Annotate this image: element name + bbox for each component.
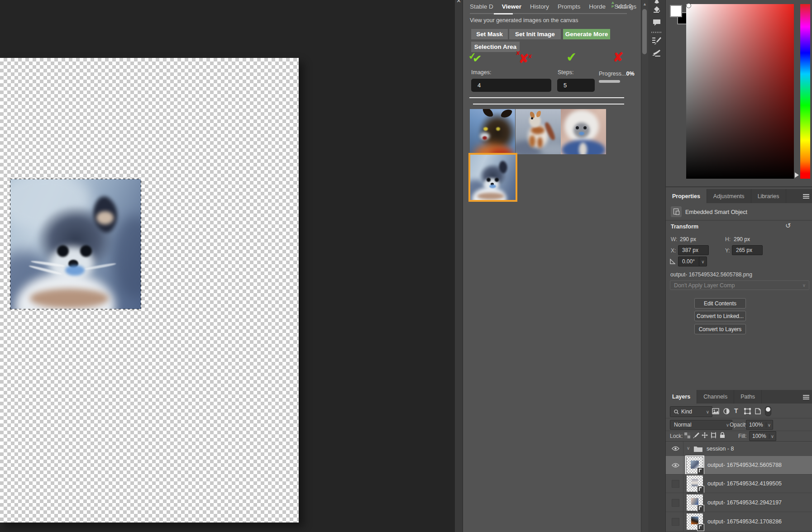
x-input[interactable]: 387 px (678, 245, 709, 255)
opacity-dropdown[interactable]: 100% ∨ (746, 420, 773, 430)
paint-bucket-icon[interactable] (653, 6, 661, 14)
filter-adjustment-layers-icon[interactable] (723, 408, 730, 414)
properties-menu-icon[interactable] (803, 193, 809, 199)
progress-bar (599, 80, 620, 83)
pen-icon[interactable] (653, 0, 660, 4)
images-count-input[interactable] (471, 79, 551, 92)
saturation-value-field[interactable] (686, 4, 794, 179)
layer-thumbnail[interactable] (687, 494, 703, 511)
edit-contents-button[interactable]: Edit Contents (694, 298, 746, 309)
brush-settings-icon[interactable] (652, 37, 661, 45)
y-input[interactable]: 265 px (732, 245, 763, 255)
layer-row[interactable]: output- 1675495342.4199505 (666, 475, 812, 493)
fill-value: 100% (752, 433, 766, 439)
progress-label: Progress...0% (599, 71, 635, 77)
visibility-toggle-empty[interactable] (672, 518, 679, 526)
layer-thumbnail[interactable] (687, 457, 703, 473)
layer-name: output- 1675495342.5605788 (707, 462, 782, 468)
lock-all-icon[interactable] (720, 432, 725, 438)
visibility-toggle-empty[interactable] (672, 480, 679, 488)
color-panel (666, 0, 812, 186)
brushes-icon[interactable] (652, 49, 661, 57)
set-init-image-button[interactable]: Set Init Image (509, 29, 561, 39)
tab-layers[interactable]: Layers (666, 390, 697, 404)
tab-properties[interactable]: Properties (666, 189, 707, 203)
scrollbar-up-arrow[interactable]: ▲ (643, 2, 647, 6)
layer-row-selected[interactable]: output- 1675495342.5605788 (666, 456, 812, 474)
tab-channels[interactable]: Channels (697, 390, 734, 404)
hue-slider[interactable] (800, 4, 810, 179)
lock-artboard-icon[interactable] (710, 432, 717, 438)
folder-icon (694, 446, 702, 452)
steps-label: Steps: (558, 69, 573, 76)
layer-row[interactable]: output- 1675495342.2942197 (666, 493, 812, 512)
progress-value: 0% (626, 71, 634, 77)
convert-to-layers-button[interactable]: Convert to Layers (694, 324, 746, 334)
foreground-color-swatch[interactable] (670, 5, 682, 17)
convert-to-linked-button[interactable]: Convert to Linked... (694, 311, 746, 321)
tab-prompts[interactable]: Prompts (558, 0, 580, 13)
generated-thumbnail-1[interactable] (470, 109, 515, 154)
generated-thumbnail-2[interactable] (516, 109, 561, 154)
smart-object-badge-icon (697, 467, 704, 475)
column-divider (683, 512, 683, 531)
ap-badge-icon: AP (611, 1, 614, 9)
layer-comp-dropdown[interactable]: Don't Apply Layer Comp ∨ (670, 280, 809, 290)
filter-toggle-switch[interactable] (765, 406, 771, 416)
visibility-eye-icon[interactable] (672, 446, 679, 451)
generate-more-button[interactable]: Generate More (563, 29, 610, 39)
tab-horde[interactable]: Horde (589, 0, 606, 13)
color-selector-ring[interactable] (686, 3, 691, 8)
divider-line-2 (473, 104, 624, 104)
layer-thumbnail[interactable] (687, 475, 703, 492)
close-icon[interactable]: ✕ (456, 0, 461, 4)
blend-mode-dropdown[interactable]: Normal ∨ (670, 420, 732, 430)
dock-drag-handle[interactable] (651, 32, 662, 33)
layer-thumbnail[interactable] (687, 513, 703, 530)
visibility-toggle-empty[interactable] (672, 499, 679, 507)
reset-transform-icon[interactable]: ↺ (785, 222, 791, 230)
canvas-work-area[interactable] (0, 0, 455, 532)
row-divider (666, 531, 812, 532)
set-mask-button[interactable]: Set Mask (471, 29, 508, 39)
tab-stable-d[interactable]: Stable D (470, 0, 493, 13)
layer-group-row[interactable]: ∨ session - 8 (666, 442, 812, 456)
x-label: X: (671, 247, 676, 254)
kind-filter-dropdown[interactable]: Kind ∨ (670, 406, 712, 417)
plugin-subtitle: View your generated images on the canvas (470, 17, 578, 24)
scrollbar-thumb[interactable] (642, 9, 647, 54)
h-label: H: (725, 236, 731, 242)
plugin-scrollbar[interactable]: ▲ (641, 0, 648, 532)
filter-type-layers-icon[interactable]: T (734, 407, 738, 414)
lock-position-icon[interactable] (702, 432, 708, 438)
smart-object-filename: output- 1675495342.5605788.png (670, 271, 752, 278)
placed-smart-object-image[interactable] (10, 179, 141, 309)
y-label: Y: (725, 247, 730, 254)
generated-thumbnail-3[interactable] (561, 109, 606, 154)
layer-row[interactable]: output- 1675495342.1708286 (666, 512, 812, 531)
filter-shape-layers-icon[interactable] (744, 408, 751, 414)
hue-slider-pointer[interactable] (795, 172, 799, 178)
tab-viewer[interactable]: Viewer (502, 0, 521, 13)
tab-adjustments[interactable]: Adjustments (707, 189, 751, 203)
tab-paths[interactable]: Paths (734, 390, 762, 404)
plugin-dock-edge: ✕ (455, 0, 463, 532)
generated-thumbnail-4-selected[interactable] (468, 153, 517, 202)
comment-icon[interactable] (653, 19, 661, 26)
angle-dropdown[interactable]: ∨ (699, 256, 707, 266)
layer-name: output- 1675495342.4199505 (707, 480, 782, 487)
tab-history[interactable]: History (530, 0, 549, 13)
lock-transparency-icon[interactable] (684, 432, 690, 438)
fill-dropdown[interactable]: 100% ∨ (749, 431, 776, 441)
filter-pixel-layers-icon[interactable] (712, 408, 719, 414)
row-divider (666, 418, 812, 418)
visibility-eye-icon[interactable] (672, 463, 679, 468)
filter-smart-objects-icon[interactable] (755, 408, 761, 414)
steps-input[interactable] (557, 79, 595, 92)
tab-libraries[interactable]: Libraries (751, 189, 786, 203)
group-expand-chevron[interactable]: ∨ (687, 446, 690, 451)
layers-menu-icon[interactable] (803, 394, 809, 399)
lock-pixels-icon[interactable] (693, 432, 699, 438)
row-divider (666, 431, 812, 431)
layer-name: output- 1675495342.2942197 (707, 499, 782, 506)
